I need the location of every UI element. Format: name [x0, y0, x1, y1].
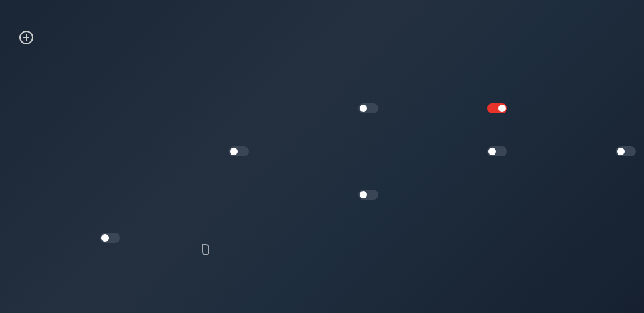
- toggle-morphological[interactable]: [358, 103, 378, 113]
- toggle-chill[interactable]: [358, 190, 378, 200]
- toggle-opengl-triple[interactable]: [487, 146, 507, 156]
- app-container: RADEON SETTINGS ? ☆ — □ ✕ ‹ Global Setti…: [0, 0, 644, 313]
- bg-overlay: [0, 0, 644, 313]
- toggle-frame-rate[interactable]: [100, 233, 120, 243]
- toggle-anisotropic-mode[interactable]: [487, 103, 507, 113]
- toggle-surface-format[interactable]: [229, 146, 249, 156]
- toggle-shader-cache[interactable]: [616, 146, 636, 156]
